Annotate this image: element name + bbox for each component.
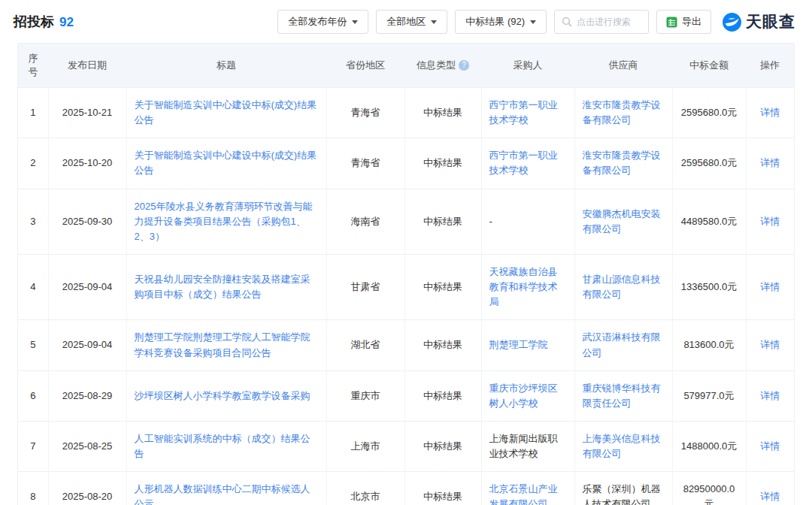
announcement-title-link[interactable]: 关于智能制造实训中心建设中标(成交)结果公告 [135, 99, 317, 125]
col-header-amount: 中标金额 [672, 44, 746, 88]
province: 青海省 [351, 107, 380, 118]
supplier-name[interactable]: 安徽腾杰机电安装有限公司 [583, 208, 661, 234]
winning-amount: 813600.0元 [683, 339, 734, 350]
announcement-title-link[interactable]: 人形机器人数据训练中心二期中标候选人公示 [135, 483, 311, 505]
supplier-name[interactable]: 重庆锐博华科技有限责任公司 [583, 383, 661, 409]
col-header-purchaser: 采购人 [481, 44, 574, 88]
row-index: 5 [30, 339, 35, 350]
winning-amount: 2595680.0元 [681, 107, 737, 118]
province: 重庆市 [351, 390, 380, 401]
publish-date: 2025-09-04 [62, 339, 113, 350]
announcement-title-link[interactable]: 沙坪坝区树人小学科学教室教学设备采购 [135, 390, 311, 401]
row-index: 1 [30, 107, 35, 118]
info-type: 中标结果 [423, 107, 462, 118]
col-header-info-type: 信息类型? [404, 44, 481, 88]
announcement-title-link[interactable]: 2025年陵水县义务教育薄弱环节改善与能力提升设备类项目结果公告（采购包1、2、… [135, 201, 313, 242]
row-index: 4 [30, 281, 35, 292]
purchaser-name: - [489, 216, 492, 227]
filter-info-type[interactable]: 中标结果 (92) [455, 10, 547, 34]
info-type: 中标结果 [423, 216, 462, 227]
announcement-title-link[interactable]: 关于智能制造实训中心建设中标(成交)结果公告 [135, 150, 317, 176]
purchaser-name[interactable]: 荆楚理工学院 [489, 339, 548, 350]
announcement-title-link[interactable]: 人工智能实训系统的中标（成交）结果公告 [135, 433, 311, 459]
province: 北京市 [351, 491, 380, 502]
purchaser-name[interactable]: 西宁市第一职业技术学校 [489, 150, 558, 176]
info-type: 中标结果 [423, 491, 462, 502]
detail-link[interactable]: 详情 [760, 491, 780, 502]
purchaser-name: 上海新闻出版职业技术学校 [489, 433, 558, 459]
detail-link[interactable]: 详情 [760, 216, 780, 227]
bidding-results-table: 序号 发布日期 标题 省份地区 信息类型? 采购人 供应商 中标金额 操作 1 … [17, 43, 795, 505]
col-header-date: 发布日期 [48, 44, 126, 88]
info-type: 中标结果 [423, 339, 462, 350]
search-input[interactable] [577, 17, 641, 27]
brand-name: 天眼查 [746, 11, 795, 32]
search-box[interactable] [554, 10, 649, 34]
row-index: 2 [30, 157, 35, 168]
filter-publish-year-label: 全部发布年份 [288, 15, 347, 29]
table-row: 7 2025-08-25 人工智能实训系统的中标（成交）结果公告 上海市 中标结… [18, 421, 794, 471]
supplier-name[interactable]: 武汉语淋科技有限公司 [583, 331, 661, 358]
info-type: 中标结果 [423, 440, 462, 452]
purchaser-name[interactable]: 天祝藏族自治县教育和科学技术局 [489, 266, 558, 307]
supplier-name: 乐聚（深圳）机器人技术有限公司 [583, 483, 661, 505]
chevron-down-icon [530, 20, 536, 24]
winning-amount: 1488000.0元 [681, 440, 737, 452]
table-row: 2 2025-10-20 关于智能制造实训中心建设中标(成交)结果公告 青海省 … [18, 138, 794, 189]
detail-link[interactable]: 详情 [760, 107, 780, 118]
announcement-title-link[interactable]: 荆楚理工学院荆楚理工学院人工智能学院学科竞赛设备采购项目合同公告 [135, 331, 311, 358]
supplier-name[interactable]: 甘肃山源信息科技有限公司 [583, 274, 661, 300]
search-icon [562, 17, 572, 27]
table-row: 8 2025-08-20 人形机器人数据训练中心二期中标候选人公示 北京市 中标… [18, 472, 794, 505]
table-header-row: 序号 发布日期 标题 省份地区 信息类型? 采购人 供应商 中标金额 操作 [18, 44, 794, 88]
supplier-name[interactable]: 上海美兴信息科技有限公司 [583, 433, 661, 459]
province: 青海省 [351, 157, 380, 168]
table-row: 5 2025-09-04 荆楚理工学院荆楚理工学院人工智能学院学科竞赛设备采购项… [18, 320, 794, 370]
toolbar: 招投标 92 全部发布年份 全部地区 中标结果 (92) [0, 0, 812, 43]
info-type: 中标结果 [423, 157, 462, 168]
publish-date: 2025-10-21 [62, 107, 113, 118]
col-header-info-type-label: 信息类型 [417, 59, 456, 71]
page-title: 招投标 [14, 13, 54, 31]
row-index: 8 [30, 491, 35, 502]
table-row: 3 2025-09-30 2025年陵水县义务教育薄弱环节改善与能力提升设备类项… [18, 189, 794, 254]
supplier-name[interactable]: 淮安市隆贵教学设备有限公司 [583, 150, 661, 176]
table-row: 6 2025-08-29 沙坪坝区树人小学科学教室教学设备采购 重庆市 中标结果… [18, 370, 794, 421]
filter-region-label: 全部地区 [386, 15, 426, 29]
export-button[interactable]: 导出 [656, 10, 711, 34]
supplier-name[interactable]: 淮安市隆贵教学设备有限公司 [583, 99, 661, 125]
export-label: 导出 [682, 15, 701, 29]
help-icon[interactable]: ? [459, 60, 469, 71]
page-title-block: 招投标 92 [14, 13, 74, 31]
table-body: 1 2025-10-21 关于智能制造实训中心建设中标(成交)结果公告 青海省 … [18, 88, 794, 505]
detail-link[interactable]: 详情 [760, 339, 780, 350]
detail-link[interactable]: 详情 [760, 157, 780, 168]
winning-amount: 1336500.0元 [681, 281, 737, 292]
publish-date: 2025-10-20 [62, 157, 113, 168]
publish-date: 2025-08-29 [62, 390, 113, 401]
col-header-action: 操作 [746, 44, 794, 88]
purchaser-name[interactable]: 北京石景山产业发展有限公司 [489, 483, 558, 505]
winning-amount: 2595680.0元 [681, 157, 737, 168]
detail-link[interactable]: 详情 [760, 281, 780, 292]
publish-date: 2025-08-20 [62, 491, 113, 502]
purchaser-name[interactable]: 重庆市沙坪坝区树人小学校 [489, 383, 558, 409]
chevron-down-icon [431, 20, 437, 24]
col-header-supplier: 供应商 [574, 44, 672, 88]
row-index: 3 [30, 216, 35, 227]
detail-link[interactable]: 详情 [760, 440, 780, 452]
winning-amount: 579977.0元 [683, 390, 734, 401]
announcement-title-link[interactable]: 天祝县幼儿园安全防撞柱安装及搭建室采购项目中标（成交）结果公告 [135, 274, 311, 300]
row-index: 7 [30, 440, 35, 452]
filter-info-type-label: 中标结果 (92) [465, 15, 525, 29]
info-type: 中标结果 [423, 390, 462, 401]
result-count: 92 [59, 15, 74, 30]
filter-publish-year[interactable]: 全部发布年份 [277, 10, 368, 34]
winning-amount: 4489580.0元 [681, 216, 737, 227]
tianyancha-logo-icon [722, 12, 742, 32]
table-row: 4 2025-09-04 天祝县幼儿园安全防撞柱安装及搭建室采购项目中标（成交）… [18, 254, 794, 319]
row-index: 6 [30, 390, 35, 401]
detail-link[interactable]: 详情 [760, 390, 780, 401]
purchaser-name[interactable]: 西宁市第一职业技术学校 [489, 99, 558, 125]
filter-region[interactable]: 全部地区 [376, 10, 447, 34]
